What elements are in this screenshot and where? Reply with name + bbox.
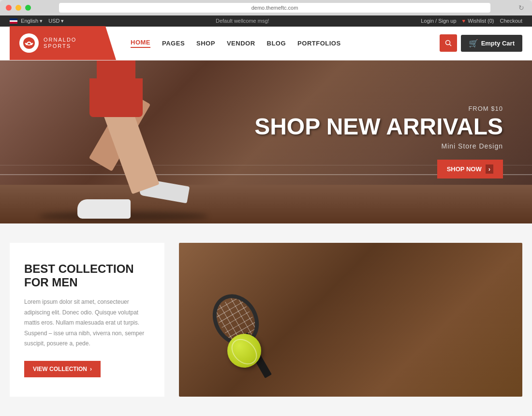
hero-subtitle: Mini Store Design <box>254 142 503 150</box>
view-collection-button[interactable]: View Collection › <box>24 361 101 377</box>
page-content: English ▾ USD ▾ Default wellcome msg! Lo… <box>0 15 532 416</box>
tennis-ball <box>227 334 261 368</box>
hero-section: FROM $10 SHOP NEW ARRIVALS Mini Store De… <box>0 60 532 224</box>
wishlist-link[interactable]: ♥ Wishlist (0) <box>462 18 494 24</box>
refresh-icon[interactable]: ↻ <box>518 4 526 12</box>
nav-blog[interactable]: BLOG <box>267 40 286 47</box>
figure-shoe-left <box>77 199 131 219</box>
cart-button[interactable]: 🛒 Empty Cart <box>461 35 522 52</box>
language-selector[interactable]: English ▾ <box>10 18 43 24</box>
tennis-image <box>179 243 522 397</box>
svg-point-1 <box>445 41 450 45</box>
top-bar-left: English ▾ USD ▾ <box>10 18 64 24</box>
address-bar[interactable]: demo.themeftc.com <box>59 3 490 13</box>
site-header: ORNALDO SPORTS HOME PAGES SHOP VENDOR BL… <box>0 27 532 60</box>
nav-vendor[interactable]: VENDOR <box>227 40 255 47</box>
below-hero-section: BEST COLLECTION FOR MEN Lorem ipsum dolo… <box>0 223 532 416</box>
cart-label: Empty Cart <box>481 40 515 47</box>
logo-area[interactable]: ORNALDO SPORTS <box>10 26 116 60</box>
arrow-icon: › <box>486 164 493 174</box>
flag-icon <box>10 18 17 24</box>
search-button[interactable] <box>440 34 457 52</box>
top-bar-right: Login / Sign up ♥ Wishlist (0) Checkout <box>421 18 522 24</box>
hero-background: FROM $10 SHOP NEW ARRIVALS Mini Store De… <box>0 60 532 224</box>
browser-window: demo.themeftc.com ↻ English ▾ USD ▾ Defa… <box>0 0 532 416</box>
minimize-dot[interactable] <box>15 5 21 11</box>
header-actions: 🛒 Empty Cart <box>440 34 522 52</box>
nav-pages[interactable]: PAGES <box>162 40 185 47</box>
top-bar: English ▾ USD ▾ Default wellcome msg! Lo… <box>0 15 532 27</box>
currency-selector[interactable]: USD ▾ <box>48 18 64 24</box>
svg-line-2 <box>449 45 451 46</box>
nav-home[interactable]: HOME <box>131 39 150 48</box>
collection-title: BEST COLLECTION FOR MEN <box>24 262 150 289</box>
browser-titlebar: demo.themeftc.com ↻ <box>0 0 532 15</box>
collection-row: BEST COLLECTION FOR MEN Lorem ipsum dolo… <box>10 243 522 397</box>
athletic-figure <box>0 60 271 224</box>
search-icon <box>445 40 452 46</box>
arrow-icon-2: › <box>90 366 92 372</box>
tennis-visual <box>179 243 522 397</box>
nav-portfolios[interactable]: PORTFOLIOS <box>297 40 341 47</box>
collection-description: Lorem ipsum dolor sit amet, consecteuer … <box>24 297 150 349</box>
heart-icon: ♥ <box>462 18 466 24</box>
shop-now-button[interactable]: Shop now › <box>437 160 503 178</box>
hero-text: FROM $10 SHOP NEW ARRIVALS Mini Store De… <box>254 105 503 178</box>
nav-shop[interactable]: SHOP <box>196 40 215 47</box>
maximize-dot[interactable] <box>25 5 31 11</box>
url-text: demo.themeftc.com <box>251 5 298 11</box>
logo-icon <box>19 33 39 53</box>
cart-icon: 🛒 <box>469 39 478 48</box>
logo-text: ORNALDO SPORTS <box>44 37 76 49</box>
checkout-link[interactable]: Checkout <box>500 18 522 24</box>
collection-card: BEST COLLECTION FOR MEN Lorem ipsum dolo… <box>10 243 164 397</box>
figure-torso <box>97 60 135 89</box>
main-nav: HOME PAGES SHOP VENDOR BLOG PORTFOLIOS <box>131 39 440 48</box>
login-link[interactable]: Login / Sign up <box>421 18 456 24</box>
welcome-message: Default wellcome msg! <box>72 18 414 24</box>
svg-point-0 <box>23 37 35 49</box>
close-dot[interactable] <box>6 5 12 11</box>
hero-title: SHOP NEW ARRIVALS <box>254 115 503 138</box>
hero-from-price: FROM $10 <box>254 105 503 112</box>
